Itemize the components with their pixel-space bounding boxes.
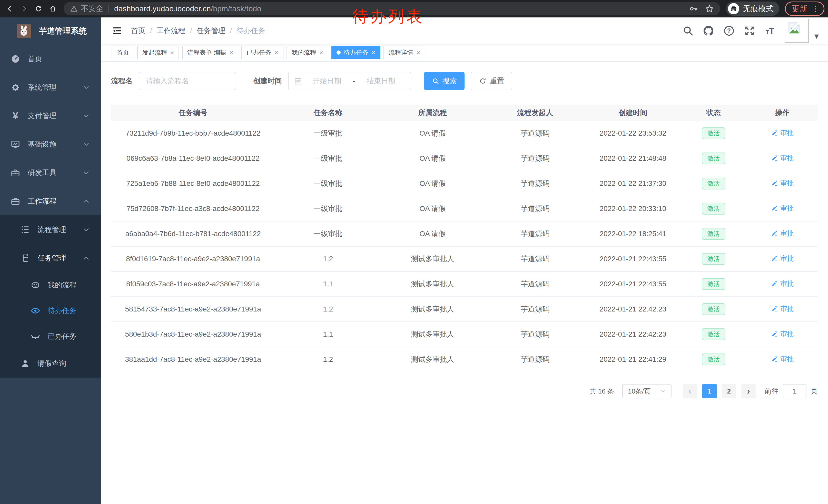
approve-link-label: 审批 (780, 279, 794, 288)
tab-form-edit[interactable]: 流程表单-编辑 (182, 46, 238, 59)
tab-todo-task[interactable]: 待办任务 (331, 46, 380, 59)
sidebar-item-workflow[interactable]: 工作流程 (0, 187, 101, 215)
approve-link[interactable]: 审批 (771, 179, 794, 188)
sidebar-item-label: 首页 (28, 54, 101, 64)
tab-process-detail[interactable]: 流程详情 (383, 46, 425, 59)
update-button[interactable]: 更新 (785, 2, 824, 16)
search-button[interactable]: 搜索 (424, 72, 464, 90)
page-button-1[interactable]: 1 (702, 384, 717, 398)
tab-start-process[interactable]: 发起流程 (137, 46, 179, 59)
active-tab-dot (336, 50, 341, 55)
password-key-icon[interactable] (689, 4, 698, 13)
forward-icon[interactable] (18, 3, 30, 15)
app-logo-row[interactable]: 芋道管理系统 (0, 17, 101, 45)
page-size-select[interactable]: 10条/页 (622, 384, 671, 398)
page-jump-input[interactable] (783, 384, 806, 398)
close-icon[interactable] (229, 49, 233, 56)
chevron-down-icon (82, 169, 90, 177)
approve-link[interactable]: 审批 (771, 279, 794, 288)
task-action-cell: 审批 (747, 153, 818, 164)
page-button-2[interactable]: 2 (722, 384, 736, 398)
task-process-cell: 测试多审批人 (381, 279, 484, 289)
tab-done-task[interactable]: 已办任务 (241, 46, 283, 59)
status-badge: 激活 (702, 228, 726, 240)
security-label: 不安全 (81, 4, 104, 14)
approve-link[interactable]: 审批 (771, 129, 794, 137)
reload-icon[interactable] (32, 3, 45, 15)
sidebar-item-leave-query[interactable]: 请假查询 (0, 349, 101, 378)
task-id-cell: 8f0d1619-7ac8-11ec-a9e2-a2380e71991a (111, 255, 275, 263)
task-id-cell: a6aba0a4-7b6d-11ec-b781-acde48001122 (111, 230, 275, 238)
task-id-cell: 580e1b3d-7ac8-11ec-a9e2-a2380e71991a (111, 330, 275, 338)
date-range-picker[interactable]: 开始日期 - 结束日期 (288, 72, 411, 90)
prev-page-button[interactable] (683, 384, 697, 398)
breadcrumb-item[interactable]: 首页 (131, 26, 146, 36)
fullscreen-icon[interactable] (744, 25, 755, 37)
sidebar-item-system[interactable]: 系统管理 (0, 73, 101, 101)
close-icon[interactable] (274, 49, 278, 56)
sidebar-item-done-task[interactable]: 已办任务 (0, 324, 101, 349)
help-icon[interactable]: ? (723, 25, 735, 37)
sidebar-item-todo-task[interactable]: 待办任务 (0, 298, 101, 324)
approve-link[interactable]: 审批 (771, 153, 794, 163)
approve-link-label: 审批 (780, 355, 794, 364)
sidebar-item-label: 基础设施 (28, 139, 82, 149)
close-icon[interactable] (170, 49, 174, 56)
status-badge: 激活 (702, 178, 726, 189)
home-icon[interactable] (47, 3, 59, 15)
task-name-cell: 1.1 (275, 280, 381, 288)
task-starter-cell: 芋道源码 (484, 179, 586, 188)
column-header: 操作 (747, 108, 818, 118)
tab-my-process[interactable]: 我的流程 (287, 46, 328, 59)
sidebar-item-process-mgmt[interactable]: 流程管理 (0, 215, 101, 244)
browser-menu-kebab-icon[interactable] (811, 4, 820, 13)
url-path: /bpm/task/todo (211, 4, 261, 13)
sidebar-item-label: 支付管理 (28, 111, 82, 121)
sidebar-item-devtools[interactable]: 研发工具 (0, 158, 101, 187)
approve-link[interactable]: 审批 (771, 229, 794, 238)
task-status-cell: 激活 (680, 178, 747, 189)
approve-link[interactable]: 审批 (771, 329, 794, 338)
sidebar-item-my-process[interactable]: 我的流程 (0, 272, 101, 298)
task-id-cell: 75d72608-7b7f-11ec-a3c8-acde48001122 (111, 204, 275, 213)
font-size-icon[interactable]: TT (764, 25, 776, 37)
close-icon[interactable] (319, 49, 323, 56)
tab-home[interactable]: 首页 (112, 46, 134, 59)
end-date-placeholder: 结束日期 (357, 76, 406, 86)
sidebar-item-payment[interactable]: ¥支付管理 (0, 101, 101, 130)
approve-link[interactable]: 审批 (771, 355, 794, 364)
task-time-cell: 2022-01-21 22:43:55 (586, 255, 680, 263)
sidebar-item-task-mgmt[interactable]: 任务管理 (0, 244, 101, 272)
breadcrumb-item[interactable]: 任务管理 (197, 26, 225, 36)
user-icon (20, 358, 30, 369)
github-icon[interactable] (703, 25, 714, 37)
approve-link[interactable]: 审批 (771, 304, 794, 313)
breadcrumb-item[interactable]: 工作流程 (157, 26, 185, 36)
approve-link[interactable]: 审批 (771, 204, 794, 213)
sidebar-item-label: 研发工具 (28, 168, 82, 178)
sidebar-collapse-icon[interactable] (112, 25, 123, 36)
close-icon[interactable] (416, 49, 420, 56)
approve-link[interactable]: 审批 (771, 254, 794, 263)
eye-icon (30, 306, 41, 316)
reset-button[interactable]: 重置 (471, 72, 512, 90)
approve-link-label: 审批 (780, 304, 794, 313)
sidebar-item-home[interactable]: 首页 (0, 45, 101, 73)
avatar-dropdown-caret-icon[interactable] (815, 31, 819, 41)
task-starter-cell: 芋道源码 (484, 304, 586, 314)
task-process-cell: OA 请假 (381, 229, 484, 239)
search-icon[interactable] (682, 25, 694, 37)
pagination: 共 16 条 10条/页 12 前往 页 (111, 384, 818, 398)
close-icon[interactable] (371, 49, 375, 56)
avatar[interactable] (785, 19, 809, 43)
toolbox-icon (10, 168, 20, 178)
bookmark-star-icon[interactable] (705, 4, 714, 13)
process-name-input[interactable] (139, 72, 236, 90)
next-page-button[interactable] (741, 384, 756, 398)
task-id-cell: 725a1eb6-7b88-11ec-8ef0-acde48001122 (111, 179, 275, 188)
task-process-cell: 测试多审批人 (381, 355, 484, 364)
sidebar-item-infra[interactable]: 基础设施 (0, 130, 101, 158)
status-badge: 激活 (702, 203, 726, 215)
task-starter-cell: 芋道源码 (484, 254, 586, 264)
back-icon[interactable] (4, 3, 16, 15)
